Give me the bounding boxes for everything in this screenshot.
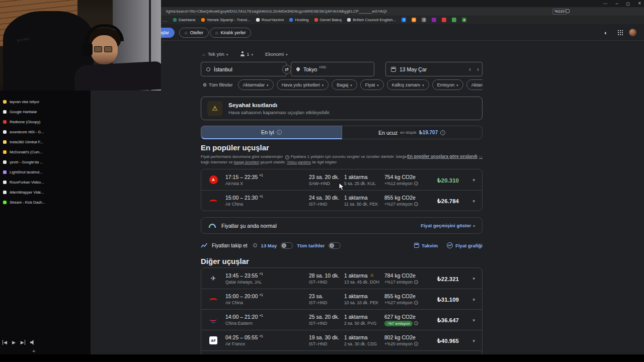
bookmark-item[interactable]: Yemek Siparişi - Trend... xyxy=(201,18,251,22)
swap-route-button[interactable] xyxy=(282,65,291,74)
info-icon[interactable] xyxy=(414,182,418,186)
previous-track-icon[interactable] xyxy=(3,340,7,345)
price-graph-label: Fiyat grafiği xyxy=(455,243,482,248)
bookmark-favicon[interactable] xyxy=(452,18,456,22)
prev-date-icon[interactable]: ‹ xyxy=(469,66,471,73)
flight-row[interactable]: 14:00 – 21:20+1 China Eastern 25 sa. 20 … xyxy=(201,309,482,330)
bookmark-icon[interactable] xyxy=(566,9,570,13)
info-icon[interactable] xyxy=(253,243,257,247)
filter-departure-time[interactable]: Kalkış zamanı xyxy=(387,79,429,90)
bag-fees-link[interactable]: bagaj ücretleri xyxy=(234,160,259,164)
track-all-dates-option[interactable]: Tüm tarihler xyxy=(297,243,325,248)
play-icon[interactable] xyxy=(12,340,16,345)
destination-value: Tokyo xyxy=(303,66,317,72)
trip-type-select[interactable]: Tek yön xyxy=(201,51,228,57)
vertical-tab[interactable]: Insta360 Gimbal F... xyxy=(0,137,91,147)
vertical-tab[interactable]: AlienWrapper Vide... xyxy=(0,187,91,197)
info-icon[interactable] xyxy=(440,130,445,135)
flight-price: ₺31.109 xyxy=(437,297,459,303)
filter-airlines[interactable]: Hava yolu şirketleri xyxy=(277,79,329,90)
url-text[interactable]: lights/search?tfs=CBwQAhokEgoyMDI1LTA1LT… xyxy=(166,9,387,14)
filter-price[interactable]: Fiyat xyxy=(360,79,384,90)
zoom-level-badge[interactable]: %110 xyxy=(552,9,567,15)
expand-flight-icon[interactable] xyxy=(472,199,475,204)
cheapest-tab[interactable]: En ucuzen düşük₺19.707 xyxy=(342,126,483,139)
vertical-tab[interactable]: LightShot tarafınd... xyxy=(0,167,91,177)
bookmark-item[interactable]: Genel Bakış xyxy=(314,18,342,22)
track-date-option[interactable]: 13 May xyxy=(261,243,277,248)
calendar-view-button[interactable]: Takvim xyxy=(414,243,438,248)
track-date-toggle[interactable] xyxy=(281,242,293,249)
flight-stops: 1 aktarma xyxy=(344,273,384,279)
info-icon[interactable] xyxy=(414,301,418,305)
passenger-select[interactable]: 1 xyxy=(240,51,253,57)
flight-row[interactable]: 15:00 – 21:30+1 Air China 24 sa. 30 dk. … xyxy=(201,190,482,211)
filter-bags[interactable]: Bagaj xyxy=(332,79,357,90)
bookmark-item[interactable]: RouxYazılım xyxy=(256,18,284,22)
browser-menu-icon[interactable] xyxy=(603,0,608,7)
bookmark-favicon[interactable] xyxy=(442,18,446,22)
flight-row[interactable]: 04:25 – 05:55+1 Air France 19 sa. 30 dk.… xyxy=(201,330,482,350)
bookmark-item[interactable]: British Council English... xyxy=(347,18,396,22)
window-minimize-button[interactable] xyxy=(616,0,618,7)
bookmark-favicon[interactable] xyxy=(432,18,436,22)
next-date-icon[interactable]: › xyxy=(477,66,479,73)
location-pin-icon xyxy=(296,67,301,72)
bookmarks-overflow-icon[interactable] xyxy=(163,18,168,23)
bookmark-item[interactable]: Hosting xyxy=(289,18,308,22)
info-icon[interactable] xyxy=(285,155,289,159)
info-icon[interactable] xyxy=(277,130,282,135)
expand-flight-icon[interactable] xyxy=(472,318,475,323)
window-maximize-button[interactable] xyxy=(626,0,630,8)
vertical-tab[interactable]: RouxFurkan Video... xyxy=(0,177,91,187)
expand-flight-icon[interactable] xyxy=(472,276,475,281)
flight-duration: 28 sa. 10 dk. xyxy=(309,273,344,279)
add-button[interactable] xyxy=(32,348,35,354)
tab-label: tayvan vise istiyor xyxy=(10,100,39,104)
expand-flight-icon[interactable] xyxy=(472,338,475,343)
all-filters-button[interactable]: Tüm filtreler xyxy=(201,79,235,90)
date-input[interactable]: 13 May Çar ‹› xyxy=(385,62,482,76)
vertical-tab[interactable]: Stream - Kick Dash... xyxy=(0,197,91,207)
expand-flight-icon[interactable] xyxy=(472,297,475,302)
track-all-dates-toggle[interactable] xyxy=(329,242,341,249)
vertical-tab[interactable]: McDonald's (Cum... xyxy=(0,147,91,157)
filter-connecting[interactable]: Aktarma yapılabilece xyxy=(466,79,482,90)
sorted-by-link[interactable]: En popüler uçuşlara göre sıralandı xyxy=(407,154,482,159)
passenger-assistance-link[interactable]: Yolcu yardımı xyxy=(287,160,311,164)
vertical-tab[interactable]: soundcore r60i - G... xyxy=(0,127,91,137)
profile-avatar[interactable] xyxy=(629,29,636,36)
vertical-tab[interactable]: Redbone (Gloopy) xyxy=(0,117,91,127)
vertical-tab[interactable]: çeviri - Google'da ... xyxy=(0,157,91,167)
volume-icon[interactable] xyxy=(30,340,35,345)
flight-row[interactable]: 15:00 – 20:00+1 Air China 23 sa. IST–HND… xyxy=(201,289,482,309)
origin-input[interactable]: İstanbul xyxy=(201,62,287,76)
bookmark-favicon[interactable] xyxy=(462,18,466,22)
destination-input[interactable]: TokyoHND xyxy=(291,62,374,76)
flight-row[interactable]: 13:45 – 23:55+1 Qatar Airways, JAL 28 sa… xyxy=(201,268,482,289)
price-graph-button[interactable]: Fiyat grafiği xyxy=(447,242,482,248)
window-close-button[interactable] xyxy=(638,0,641,7)
cabin-class-select[interactable]: Ekonomi xyxy=(265,51,287,57)
filter-emissions[interactable]: Emisyon xyxy=(432,79,463,90)
tab-hotels[interactable]: Oteller xyxy=(179,28,209,38)
facebook-favicon[interactable] xyxy=(401,18,406,22)
filter-stops[interactable]: Aktarmalar xyxy=(238,79,274,90)
vertical-tab[interactable]: tayvan vise istiyor xyxy=(0,97,91,107)
bookmark-item[interactable]: Dashlane xyxy=(173,18,196,22)
tab-vacation-rentals[interactable]: Kiralık yerler xyxy=(210,28,251,38)
best-tab[interactable]: En iyi xyxy=(201,126,342,139)
info-icon[interactable] xyxy=(414,342,418,346)
expand-flight-icon[interactable] xyxy=(472,177,475,183)
google-apps-grid-icon[interactable] xyxy=(618,30,619,31)
info-icon[interactable] xyxy=(414,321,418,325)
one-way-arrow-icon xyxy=(201,51,206,57)
vertical-tab[interactable]: Google Haritalar xyxy=(0,107,91,117)
price-history-link[interactable]: Fiyat geçmişini göster xyxy=(421,223,475,228)
theme-toggle-icon[interactable] xyxy=(604,30,608,36)
info-icon[interactable] xyxy=(414,202,418,206)
bookmark-favicon[interactable] xyxy=(422,18,426,22)
bookmark-favicon[interactable] xyxy=(412,18,416,22)
next-track-icon[interactable] xyxy=(21,340,25,345)
info-icon[interactable] xyxy=(414,280,418,284)
